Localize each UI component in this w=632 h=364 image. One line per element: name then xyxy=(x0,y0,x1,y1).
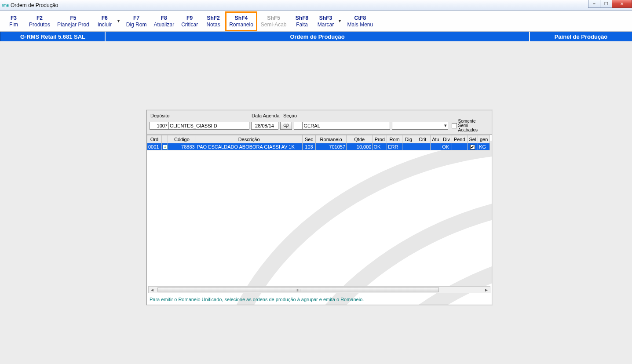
toolbar-dropdown-icon[interactable] xyxy=(338,11,344,31)
toolbar-planejar-prod[interactable]: F5Planejar Prod xyxy=(54,11,93,31)
table-row[interactable]: 0001+78883PAO ESCALDADO ABOBORA GIASSI A… xyxy=(147,143,490,150)
toolbar-criticar[interactable]: F9Criticar xyxy=(178,11,201,31)
somente-semi-label: SomenteSemi-Acabados xyxy=(458,119,489,132)
toolbar-key: ShF3 xyxy=(319,15,332,22)
col-dig[interactable]: Dig xyxy=(402,135,415,143)
filter-dropdown[interactable] xyxy=(392,122,448,130)
toolbar-incluir[interactable]: F6Incluir xyxy=(93,11,117,31)
secao-code-input[interactable] xyxy=(294,122,303,130)
toolbar-key: F5 xyxy=(70,15,76,22)
grid-header-row: OrdCódigoDescriçãoSecRomaneioQtdeProdRom… xyxy=(147,135,490,143)
col-atu[interactable]: Atu xyxy=(430,135,441,143)
toolbar-key: F6 xyxy=(102,15,108,22)
col-prod[interactable]: Prod xyxy=(373,135,387,143)
footer-hint: Para emitir o Romaneio Unificado, seleci… xyxy=(150,297,489,302)
toolbar-label: Mais Menu xyxy=(347,22,373,28)
row-select-checkbox[interactable]: ✔ xyxy=(470,145,475,149)
toolbar-fim[interactable]: F3Fim xyxy=(2,11,26,31)
window-title: Ordem de Produção xyxy=(11,2,58,8)
toolbar-key: F8 xyxy=(161,15,167,22)
app-icon: rms xyxy=(2,2,9,9)
cell: 103 xyxy=(302,143,316,150)
deposito-name-input[interactable] xyxy=(168,122,249,130)
restore-button[interactable] xyxy=(600,0,612,8)
toolbar-key: CtF8 xyxy=(354,15,366,22)
window-buttons xyxy=(588,0,632,10)
col-código[interactable]: Código xyxy=(168,135,196,143)
toolbar-key: ShF8 xyxy=(296,15,308,22)
toolbar-atualizar[interactable]: F8Atualizar xyxy=(150,11,178,31)
cell: 78883 xyxy=(168,143,196,150)
cell xyxy=(452,143,467,150)
scroll-thumb[interactable] xyxy=(157,287,439,292)
label-deposito: Depósito xyxy=(150,113,252,119)
workspace: Depósito Data Agenda Seção SomenteSemi-A… xyxy=(0,41,632,364)
toolbar-label: Falta xyxy=(296,22,308,28)
col-crit[interactable]: Crit xyxy=(415,135,430,143)
scroll-left-icon[interactable]: ◄ xyxy=(149,287,156,293)
grid: OrdCódigoDescriçãoSecRomaneioQtdeProdRom… xyxy=(147,135,492,294)
toolbar-romaneio[interactable]: ShF4Romaneio xyxy=(225,11,257,31)
toolbar-label: Dig Rom xyxy=(126,22,147,28)
col-gen[interactable]: gen xyxy=(478,135,490,143)
toolbar: F3FimF2ProdutosF5Planejar ProdF6IncluirF… xyxy=(0,11,632,32)
col-sel[interactable]: Sel xyxy=(467,135,478,143)
toolbar-key: F3 xyxy=(11,15,17,22)
toolbar-dropdown-icon[interactable] xyxy=(117,11,123,31)
toolbar-falta[interactable]: ShF8Falta xyxy=(290,11,314,31)
data-agenda-input[interactable] xyxy=(251,122,278,130)
col-descrição[interactable]: Descrição xyxy=(196,135,302,143)
secao-name-input[interactable] xyxy=(302,122,390,130)
scroll-track[interactable] xyxy=(156,287,483,293)
deposito-code-input[interactable] xyxy=(150,122,169,130)
toolbar-key: F7 xyxy=(133,15,139,22)
cell xyxy=(402,143,415,150)
cell: 10,000 xyxy=(347,143,373,150)
label-data: Data Agenda xyxy=(252,113,283,119)
toolbar-mais-menu[interactable]: CtF8Mais Menu xyxy=(344,11,377,31)
toolbar-label: Romaneio xyxy=(229,22,253,28)
cell xyxy=(430,143,441,150)
grid-table: OrdCódigoDescriçãoSecRomaneioQtdeProdRom… xyxy=(147,135,490,150)
close-button[interactable] xyxy=(612,0,632,8)
col-rom[interactable]: Rom xyxy=(387,135,402,143)
toolbar-label: Semi-Acab xyxy=(261,22,287,28)
toolbar-key: ShF2 xyxy=(207,15,219,22)
toolbar-notas[interactable]: ShF2Notas xyxy=(201,11,225,31)
header-bluebar: G-RMS Retail 5.681 SAL Ordem de Produção… xyxy=(0,32,632,41)
col-ord[interactable]: Ord xyxy=(147,135,162,143)
filters: Depósito Data Agenda Seção SomenteSemi-A… xyxy=(147,110,492,135)
cell: ERR xyxy=(387,143,402,150)
toolbar-label: Criticar xyxy=(181,22,198,28)
toolbar-marcar[interactable]: ShF3Marcar xyxy=(314,11,338,31)
toolbar-key: F9 xyxy=(186,15,193,22)
cell: OK xyxy=(441,143,452,150)
col-qtde[interactable]: Qtde xyxy=(347,135,373,143)
toolbar-produtos[interactable]: F2Produtos xyxy=(26,11,54,31)
expand-icon[interactable]: + xyxy=(163,145,168,149)
titlebar: rms Ordem de Produção xyxy=(0,0,632,11)
bluebar-right[interactable]: Painel de Produção xyxy=(530,32,632,41)
checkbox-icon xyxy=(452,123,457,128)
toolbar-key: ShF4 xyxy=(235,15,248,22)
col-romaneio[interactable]: Romaneio xyxy=(316,135,347,143)
toolbar-dig-rom[interactable]: F7Dig Rom xyxy=(123,11,150,31)
toolbar-label: Atualizar xyxy=(153,22,174,28)
bluebar-left: G-RMS Retail 5.681 SAL xyxy=(0,32,106,41)
scroll-right-icon[interactable]: ► xyxy=(483,287,490,293)
cell: ✔ xyxy=(467,143,478,150)
col-div[interactable]: Div xyxy=(441,135,452,143)
cell: 701057 xyxy=(316,143,347,150)
toolbar-key: F2 xyxy=(37,15,43,22)
col-expand[interactable] xyxy=(161,135,168,143)
toolbar-label: Produtos xyxy=(29,22,50,28)
grid-horizontal-scrollbar[interactable]: ◄ ► xyxy=(148,286,490,293)
somente-semi-checkbox[interactable]: SomenteSemi-Acabados xyxy=(452,119,489,132)
svg-line-2 xyxy=(286,127,287,128)
bluebar-title: Ordem de Produção xyxy=(106,32,530,41)
minimize-button[interactable] xyxy=(588,0,600,8)
cell: + xyxy=(161,143,168,150)
col-sec[interactable]: Sec xyxy=(302,135,316,143)
lookup-icon[interactable] xyxy=(280,122,292,130)
col-pend[interactable]: Pend xyxy=(452,135,467,143)
